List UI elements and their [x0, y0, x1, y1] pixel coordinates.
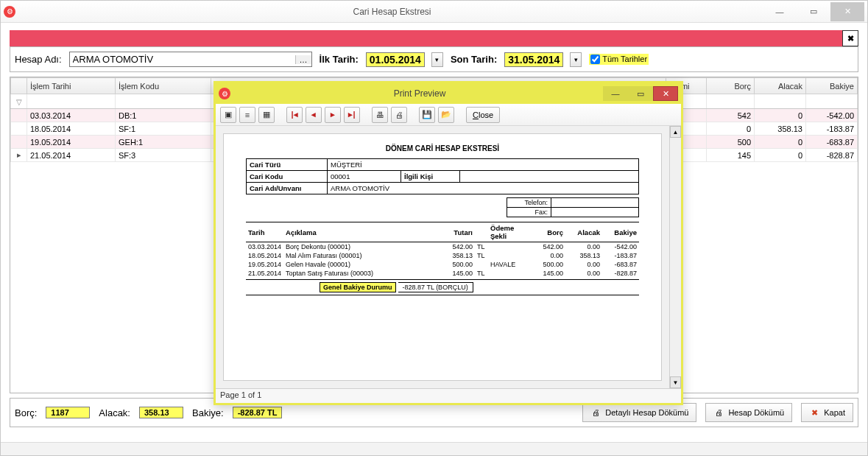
col-code[interactable]: İşlem Kodu [116, 78, 211, 94]
cari-kodu-value: 00001 [328, 171, 401, 183]
rcol-borc: Borç [529, 222, 565, 242]
genel-bakiye-label: Genel Bakiye Durumu [320, 282, 396, 292]
toolbar-close-button[interactable]: Close [466, 107, 500, 123]
rcol-aciklama: Açıklama [283, 222, 438, 242]
cari-ad-value: ARMA OTOMOTİV [328, 183, 639, 194]
preview-body: DÖNEM CARİ HESAP EKSTRESİ Cari TürüMÜŞTE… [216, 126, 681, 388]
print-icon[interactable]: 🖨 [391, 107, 407, 123]
filter-date[interactable] [27, 94, 116, 109]
col-date[interactable]: İşlem Tarihi [27, 78, 116, 94]
report-page: DÖNEM CARİ HESAP EKSTRESİ Cari TürüMÜŞTE… [223, 133, 662, 381]
view-grid-icon[interactable]: ▦ [258, 107, 275, 123]
view-page-icon[interactable]: ▣ [220, 107, 236, 123]
scroll-up-icon[interactable]: ▲ [670, 126, 681, 138]
rcol-alacak: Alacak [565, 222, 602, 242]
printer-icon: 🖨 [590, 407, 601, 418]
account-lookup-button[interactable]: … [295, 55, 311, 64]
nav-last-icon[interactable]: ▸| [344, 107, 360, 123]
account-name-label: Hesap Adı: [15, 54, 62, 65]
first-date-dropdown[interactable]: ▾ [431, 52, 443, 67]
filter-icon[interactable]: ▽ [11, 94, 27, 109]
close-icon: ✖ [809, 407, 819, 418]
nav-first-icon[interactable]: |◂ [286, 107, 303, 123]
minimize-button[interactable]: — [763, 2, 797, 21]
col-debit[interactable]: Borç [707, 78, 755, 94]
rcol-tarih: Tarih [246, 222, 283, 242]
save-icon[interactable]: 💾 [419, 107, 435, 123]
preview-scrollbar[interactable]: ▲ ▼ [669, 126, 681, 388]
total-credit-value: 358.13 [139, 407, 183, 418]
last-date-dropdown[interactable]: ▾ [570, 52, 582, 67]
total-balance-label: Bakiye: [192, 407, 224, 418]
cell-credit: 358.13 [755, 122, 806, 136]
preview-title: Print Preview [236, 88, 603, 99]
first-date-input[interactable]: 01.05.2014 [366, 52, 425, 67]
report-row: 03.03.2014Borç Dekontu (00001)542.00TL54… [246, 242, 639, 252]
status-bar [1, 442, 867, 455]
nav-next-icon[interactable]: ▸ [325, 107, 341, 123]
ilgili-label: İlgili Kişi [401, 171, 460, 183]
preview-status-bar: Page 1 of 1 [216, 388, 681, 403]
ilgili-value [460, 171, 639, 183]
cell-credit: 0 [755, 109, 806, 122]
preview-maximize-button[interactable]: ▭ [628, 86, 653, 101]
col-balance[interactable]: Bakiye [806, 78, 858, 94]
cell-balance: -542.00 [806, 109, 858, 122]
maximize-button[interactable]: ▭ [797, 2, 830, 21]
account-name-input[interactable] [70, 52, 295, 66]
cell-date: 21.05.2014 [27, 149, 116, 162]
report-button[interactable]: 🖨Hesap Dökümü [705, 403, 792, 422]
cell-date: 18.05.2014 [27, 122, 116, 136]
filter-code[interactable] [116, 94, 211, 109]
last-date-label: Son Tarih: [451, 54, 497, 65]
cell-balance: -683.87 [806, 136, 858, 149]
print-preview-window: ⚙ Print Preview — ▭ ✕ ▣ ≡ ▦ |◂ ◂ ▸ ▸| 🖶 … [214, 81, 683, 405]
cell-credit: 0 [755, 136, 806, 149]
cell-balance: -183.87 [806, 122, 858, 136]
cell-debit: 500 [707, 136, 755, 149]
telefon-value [551, 198, 639, 208]
cari-turu-label: Cari Türü [247, 159, 328, 171]
cell-debit: 542 [707, 109, 755, 122]
cari-turu-value: MÜŞTERİ [328, 159, 639, 171]
pink-header-bar: ✖ [10, 30, 858, 46]
last-date-input[interactable]: 31.05.2014 [504, 52, 563, 67]
row-indicator-header [11, 78, 27, 94]
preview-toolbar: ▣ ≡ ▦ |◂ ◂ ▸ ▸| 🖶 🖨 💾 📂 Close [216, 104, 681, 126]
cell-balance: -828.87 [806, 149, 858, 162]
all-dates-checkbox[interactable]: Tüm Tarihler [589, 54, 649, 66]
col-credit[interactable]: Alacak [755, 78, 806, 94]
account-lookup-field[interactable]: … [69, 52, 312, 67]
rcol-bakiye: Bakiye [602, 222, 639, 242]
total-debit-label: Borç: [15, 407, 37, 418]
window-title: Cari Hesap Ekstresi [21, 7, 763, 17]
cell-debit: 0 [707, 122, 755, 136]
all-dates-label: Tüm Tarihler [602, 55, 647, 63]
printer-icon: 🖨 [713, 407, 724, 418]
first-date-label: İlk Tarih: [320, 54, 359, 65]
cari-kodu-label: Cari Kodu [247, 171, 328, 183]
open-icon[interactable]: 📂 [438, 107, 454, 123]
print-setup-icon[interactable]: 🖶 [372, 107, 388, 123]
cell-debit: 145 [707, 149, 755, 162]
cell-code: DB:1 [116, 109, 211, 122]
close-button[interactable]: ✕ [830, 2, 864, 21]
view-list-icon[interactable]: ≡ [239, 107, 255, 123]
scroll-down-icon[interactable]: ▼ [670, 376, 681, 388]
row-indicator [11, 136, 27, 149]
cell-code: GEH:1 [116, 136, 211, 149]
fax-label: Fax: [507, 208, 551, 217]
preview-minimize-button[interactable]: — [603, 86, 628, 101]
panel-close-button[interactable]: ✖ [842, 30, 858, 46]
preview-titlebar: ⚙ Print Preview — ▭ ✕ [216, 83, 681, 104]
row-indicator [11, 109, 27, 122]
cari-ad-label: Cari Adı/Unvanı [247, 183, 328, 194]
close-panel-button[interactable]: ✖Kapat [801, 403, 853, 422]
nav-prev-icon[interactable]: ◂ [306, 107, 322, 123]
gear-icon: ⚙ [219, 88, 230, 99]
total-debit-value: 1187 [46, 407, 90, 418]
total-balance-value: -828.87 TL [233, 407, 283, 418]
preview-close-button[interactable]: ✕ [653, 86, 678, 101]
cell-code: SF:1 [116, 122, 211, 136]
detailed-report-button[interactable]: 🖨Detaylı Hesap Dökümü [582, 403, 696, 422]
